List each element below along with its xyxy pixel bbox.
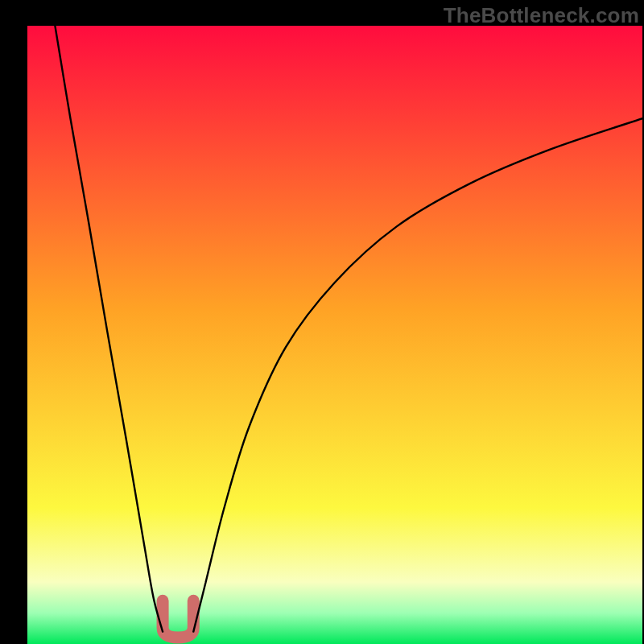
chart-svg (27, 26, 642, 644)
chart-frame: TheBottleneck.com (0, 0, 644, 644)
watermark-text: TheBottleneck.com (444, 3, 639, 28)
plot-background (27, 26, 642, 644)
